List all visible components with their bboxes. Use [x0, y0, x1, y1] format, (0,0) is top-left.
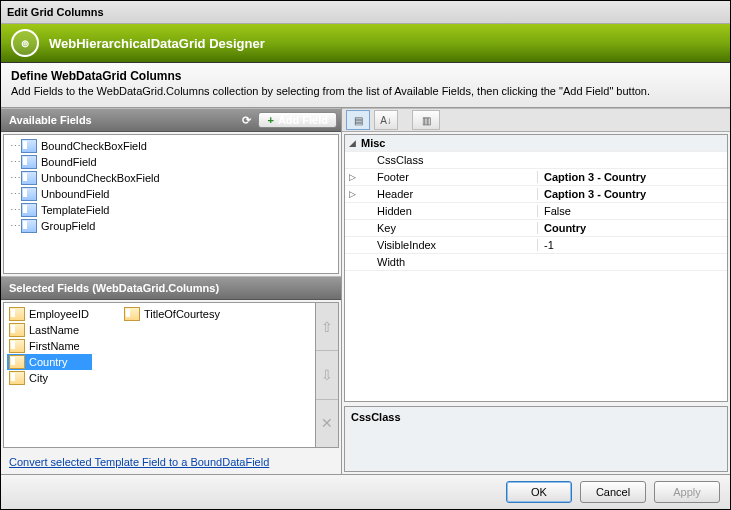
field-type-icon — [21, 203, 37, 217]
available-item-label: BoundField — [41, 156, 97, 168]
move-down-button[interactable]: ⇩ — [316, 350, 338, 398]
field-type-icon — [21, 171, 37, 185]
available-item[interactable]: ⋯UnboundField — [6, 186, 336, 202]
available-item[interactable]: ⋯BoundCheckBoxField — [6, 138, 336, 154]
property-row[interactable]: HiddenFalse — [345, 203, 727, 220]
property-value[interactable]: Caption 3 - Country — [537, 171, 727, 183]
selected-item-label: TitleOfCourtesy — [143, 308, 221, 320]
tree-connector-icon: ⋯ — [10, 220, 19, 233]
intro-heading: Define WebDataGrid Columns — [11, 69, 720, 83]
tree-connector-icon: ⋯ — [10, 188, 19, 201]
selected-header: Selected Fields (WebDataGrid.Columns) — [1, 276, 341, 300]
cancel-button[interactable]: Cancel — [580, 481, 646, 503]
available-item-label: UnboundCheckBoxField — [41, 172, 160, 184]
property-row[interactable]: Width — [345, 254, 727, 271]
field-type-icon — [21, 187, 37, 201]
banner-text: WebHierarchicalDataGrid Designer — [49, 36, 265, 51]
selected-item-label: Country — [28, 356, 69, 368]
convert-link[interactable]: Convert selected Template Field to a Bou… — [1, 450, 341, 474]
selected-list[interactable]: EmployeeIDLastNameFirstNameCountryCity T… — [3, 302, 316, 448]
property-row[interactable]: ▷HeaderCaption 3 - Country — [345, 186, 727, 203]
dialog-window: Edit Grid Columns ⊚ WebHierarchicalDataG… — [0, 0, 731, 510]
available-item[interactable]: ⋯GroupField — [6, 218, 336, 234]
column-icon — [124, 307, 140, 321]
column-icon — [9, 371, 25, 385]
tree-connector-icon: ⋯ — [10, 204, 19, 217]
property-description: CssClass — [344, 406, 728, 472]
refresh-icon[interactable]: ⟳ — [238, 112, 254, 128]
reorder-strip: ⇧ ⇩ ✕ — [316, 302, 339, 448]
apply-button[interactable]: Apply — [654, 481, 720, 503]
add-field-label: Add Field — [278, 114, 328, 126]
intro-text: Add Fields to the WebDataGrid.Columns co… — [11, 85, 720, 97]
column-icon — [9, 323, 25, 337]
property-value[interactable]: Caption 3 - Country — [537, 188, 727, 200]
property-grid[interactable]: ◢MiscCssClass▷FooterCaption 3 - Country▷… — [344, 134, 728, 402]
tree-connector-icon: ⋯ — [10, 140, 19, 153]
selected-heading-text: Selected Fields (WebDataGrid.Columns) — [9, 282, 219, 294]
property-value[interactable]: Country — [537, 222, 727, 234]
property-name: VisibleIndex — [359, 239, 537, 251]
dialog-title: Edit Grid Columns — [1, 1, 730, 24]
property-value[interactable]: -1 — [537, 239, 727, 251]
available-heading-text: Available Fields — [9, 114, 92, 126]
selected-item[interactable]: City — [7, 370, 92, 386]
property-name: Width — [359, 256, 537, 268]
available-tree[interactable]: ⋯BoundCheckBoxField⋯BoundField⋯UnboundCh… — [3, 134, 339, 274]
dialog-footer: OK Cancel Apply — [1, 474, 730, 509]
selected-item[interactable]: TitleOfCourtesy — [122, 306, 223, 322]
property-value[interactable]: False — [537, 205, 727, 217]
category-collapse-icon[interactable]: ◢ — [345, 138, 359, 148]
remove-button[interactable]: ✕ — [316, 399, 338, 447]
available-item-label: UnboundField — [41, 188, 110, 200]
column-icon — [9, 355, 25, 369]
selected-item-label: City — [28, 372, 49, 384]
expand-icon[interactable]: ▷ — [345, 172, 359, 182]
property-row[interactable]: ▷FooterCaption 3 - Country — [345, 169, 727, 186]
selected-item[interactable]: Country — [7, 354, 92, 370]
tree-connector-icon: ⋯ — [10, 172, 19, 185]
property-name: Hidden — [359, 205, 537, 217]
category-label: Misc — [359, 137, 521, 149]
field-type-icon — [21, 155, 37, 169]
property-name: Key — [359, 222, 537, 234]
selected-item[interactable]: FirstName — [7, 338, 92, 354]
move-up-button[interactable]: ⇧ — [316, 303, 338, 350]
body: Available Fields ⟳ + Add Field ⋯BoundChe… — [1, 108, 730, 474]
selected-item-label: LastName — [28, 324, 80, 336]
categorized-button[interactable]: ▤ — [346, 110, 370, 130]
property-pages-button[interactable]: ▥ — [412, 110, 440, 130]
column-icon — [9, 307, 25, 321]
property-row[interactable]: CssClass — [345, 152, 727, 169]
selected-area: EmployeeIDLastNameFirstNameCountryCity T… — [3, 302, 339, 448]
column-icon — [9, 339, 25, 353]
field-type-icon — [21, 139, 37, 153]
left-pane: Available Fields ⟳ + Add Field ⋯BoundChe… — [1, 108, 342, 474]
plus-icon: + — [267, 114, 273, 126]
brand-logo-icon: ⊚ — [11, 29, 39, 57]
property-name: Footer — [359, 171, 537, 183]
right-pane: ▤ A↓ ▥ ◢MiscCssClass▷FooterCaption 3 - C… — [342, 108, 730, 474]
selected-item[interactable]: EmployeeID — [7, 306, 92, 322]
alphabetical-button[interactable]: A↓ — [374, 110, 398, 130]
selected-item-label: EmployeeID — [28, 308, 90, 320]
available-item-label: TemplateField — [41, 204, 109, 216]
property-row[interactable]: VisibleIndex-1 — [345, 237, 727, 254]
available-item-label: GroupField — [41, 220, 95, 232]
add-field-button[interactable]: + Add Field — [258, 112, 337, 128]
available-item[interactable]: ⋯TemplateField — [6, 202, 336, 218]
ok-button[interactable]: OK — [506, 481, 572, 503]
property-toolbar: ▤ A↓ ▥ — [342, 108, 730, 132]
designer-banner: ⊚ WebHierarchicalDataGrid Designer — [1, 24, 730, 63]
property-name: Header — [359, 188, 537, 200]
available-item-label: BoundCheckBoxField — [41, 140, 147, 152]
expand-icon[interactable]: ▷ — [345, 189, 359, 199]
available-item[interactable]: ⋯UnboundCheckBoxField — [6, 170, 336, 186]
field-type-icon — [21, 219, 37, 233]
available-item[interactable]: ⋯BoundField — [6, 154, 336, 170]
property-row[interactable]: KeyCountry — [345, 220, 727, 237]
property-name: CssClass — [359, 154, 537, 166]
tree-connector-icon: ⋯ — [10, 156, 19, 169]
intro-panel: Define WebDataGrid Columns Add Fields to… — [1, 63, 730, 108]
selected-item[interactable]: LastName — [7, 322, 92, 338]
